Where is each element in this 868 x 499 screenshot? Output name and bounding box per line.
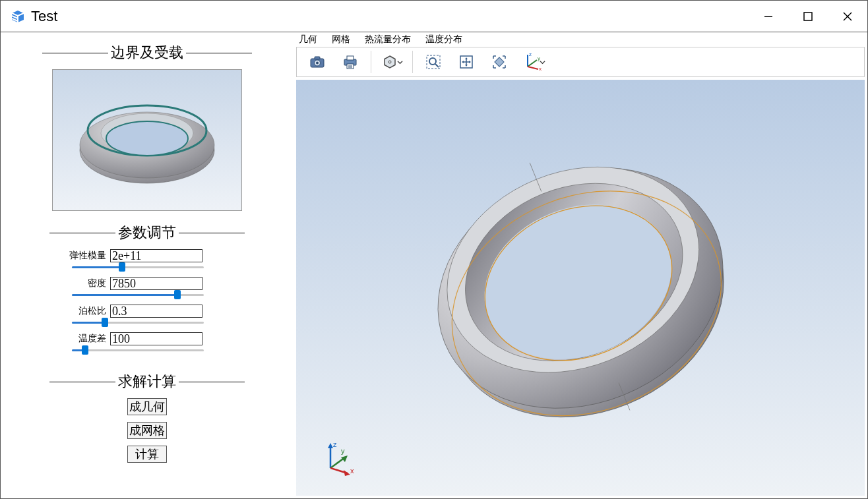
svg-text:z: z [529, 52, 532, 57]
axes-icon[interactable]: z y x [517, 49, 547, 75]
svg-rect-11 [315, 57, 320, 59]
hexagon-icon[interactable] [377, 49, 407, 75]
param-row-temperature: 温度差 [65, 332, 288, 345]
density-input[interactable] [110, 277, 202, 290]
svg-text:x: x [350, 467, 354, 475]
model-ring [396, 130, 765, 446]
param-label: 泊松比 [65, 305, 106, 317]
param-label: 弹性模量 [65, 250, 106, 262]
svg-point-13 [316, 62, 319, 65]
param-label: 密度 [65, 278, 106, 289]
elastic-modulus-slider[interactable] [72, 264, 204, 270]
maximize-button[interactable] [788, 1, 828, 32]
tab-mesh[interactable]: 网格 [332, 34, 350, 45]
window-title: Test [31, 8, 57, 25]
group-params: 参数调节 弹性模量 密度 泊松比 温度差 [6, 219, 288, 360]
svg-line-28 [528, 60, 537, 67]
titlebar: Test [1, 1, 867, 32]
compute-button[interactable]: 计算 [127, 446, 167, 463]
sidebar: 边界及受载 [1, 32, 294, 498]
pan-icon[interactable] [451, 49, 481, 75]
view-tabs: 几何 网格 热流量分布 温度分布 [294, 32, 867, 47]
generate-mesh-button[interactable]: 成网格 [127, 422, 167, 439]
poisson-slider[interactable] [72, 319, 204, 326]
temperature-slider[interactable] [72, 347, 204, 353]
viewport-area: 几何 网格 热流量分布 温度分布 [294, 32, 867, 498]
printer-icon[interactable] [335, 49, 365, 75]
viewport-toolbar: z y x [296, 47, 865, 77]
group-boundary: 边界及受载 [6, 39, 288, 211]
group-solve-title: 求解计算 [115, 372, 179, 392]
group-boundary-title: 边界及受载 [108, 43, 186, 63]
boundary-preview[interactable] [52, 69, 242, 211]
svg-text:z: z [333, 440, 337, 448]
temperature-input[interactable] [110, 332, 202, 345]
group-solve: 求解计算 成几何 成网格 计算 [6, 368, 288, 463]
svg-line-23 [435, 64, 439, 67]
app-icon [10, 9, 26, 24]
param-label: 温度差 [65, 333, 106, 345]
group-params-title: 参数调节 [115, 223, 179, 243]
generate-geometry-button[interactable]: 成几何 [127, 398, 167, 415]
svg-point-22 [429, 58, 436, 65]
density-slider[interactable] [72, 291, 204, 298]
zoom-area-icon[interactable] [418, 49, 449, 75]
svg-rect-25 [495, 57, 504, 67]
tab-temperature[interactable]: 温度分布 [425, 34, 462, 45]
param-row-elastic-modulus: 弹性模量 [65, 249, 288, 262]
tab-heatflux[interactable]: 热流量分布 [365, 34, 411, 45]
fit-icon[interactable] [484, 49, 514, 75]
tab-geometry[interactable]: 几何 [299, 34, 317, 45]
minimize-button[interactable] [749, 1, 788, 32]
svg-line-30 [528, 67, 538, 69]
camera-icon[interactable] [302, 49, 332, 75]
elastic-modulus-input[interactable] [110, 249, 202, 262]
svg-rect-1 [804, 13, 812, 20]
param-row-poisson: 泊松比 [65, 305, 288, 318]
svg-text:x: x [539, 66, 542, 72]
svg-marker-42 [328, 443, 333, 448]
close-button[interactable] [828, 1, 867, 32]
axis-gizmo: z y x [319, 438, 358, 480]
viewport-3d[interactable]: z y x [296, 80, 865, 496]
param-row-density: 密度 [65, 277, 288, 290]
svg-text:y: y [341, 447, 345, 455]
svg-marker-19 [385, 56, 395, 68]
svg-marker-48 [344, 470, 350, 476]
svg-rect-15 [347, 56, 354, 60]
poisson-input[interactable] [110, 305, 202, 318]
